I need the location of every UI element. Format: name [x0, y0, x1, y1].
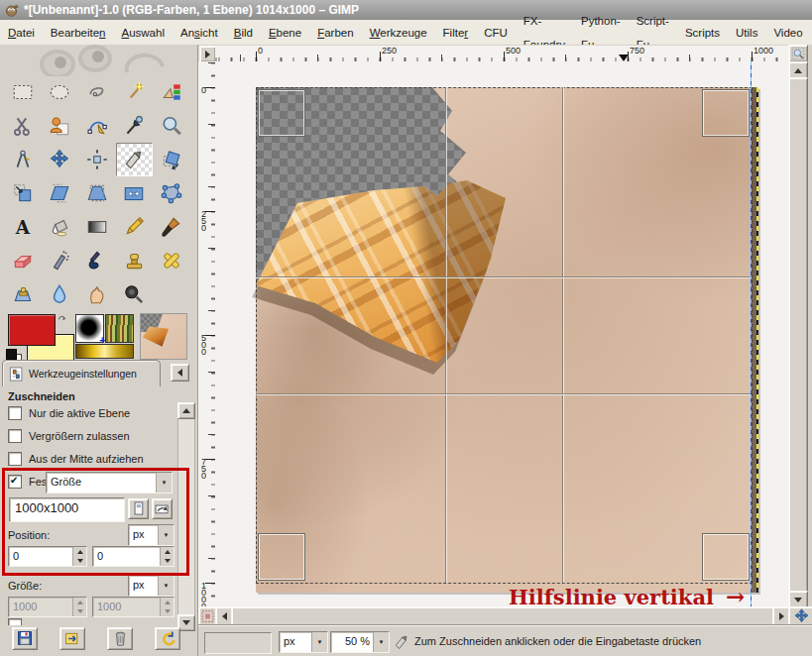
- tool-smudge[interactable]: [78, 277, 116, 311]
- position-unit-dropdown[interactable]: px: [128, 524, 174, 546]
- spinner-stepper[interactable]: [72, 547, 86, 566]
- position-y-spinner[interactable]: 0: [92, 546, 174, 567]
- tab-tool-options[interactable]: Werkzeugeinstellungen: [2, 360, 161, 386]
- menu-filter[interactable]: Filter: [435, 21, 477, 45]
- tool-paintbrush[interactable]: [153, 210, 190, 244]
- menu-datei[interactable]: Datei: [0, 21, 43, 45]
- tool-scale[interactable]: [4, 176, 42, 210]
- chevron-down-icon[interactable]: [373, 632, 389, 652]
- tool-paths[interactable]: [78, 109, 116, 143]
- default-colors-icon[interactable]: [6, 349, 17, 360]
- horizontal-scroll-thumb[interactable]: [231, 606, 774, 626]
- tool-cage-transform[interactable]: [153, 176, 190, 210]
- tool-ink[interactable]: [78, 244, 116, 277]
- title-bar[interactable]: *[Unbenannt]-1.0 (RGB-Farben, 1 Ebene) 1…: [0, 0, 812, 20]
- tool-measure[interactable]: [4, 143, 42, 176]
- swap-colors-icon[interactable]: [56, 313, 71, 327]
- tool-heal[interactable]: [153, 244, 190, 277]
- menu-bearbeiten[interactable]: Bearbeiten: [43, 21, 114, 45]
- menu-auswahl[interactable]: Auswahl: [114, 21, 173, 45]
- fixed-type-dropdown[interactable]: Größe: [46, 472, 173, 493]
- menu-bild[interactable]: Bild: [226, 21, 261, 45]
- canvas-image[interactable]: [256, 87, 758, 593]
- menu-scripts[interactable]: Scripts: [677, 21, 728, 45]
- tool-blur-sharpen[interactable]: [42, 277, 79, 311]
- delete-options-button[interactable]: [107, 627, 133, 650]
- chevron-down-icon[interactable]: [311, 632, 327, 652]
- status-zoom-dropdown[interactable]: 50 %: [330, 631, 390, 653]
- tool-text[interactable]: A: [4, 210, 42, 244]
- brush-preview[interactable]: [75, 314, 104, 343]
- landscape-orientation-button[interactable]: [152, 498, 173, 519]
- crop-handle-top-right[interactable]: [702, 89, 750, 137]
- tool-airbrush[interactable]: [42, 244, 79, 277]
- tool-select-by-color[interactable]: [153, 75, 190, 109]
- wilber-watermark: [28, 45, 176, 76]
- ruler-origin-button[interactable]: [199, 46, 216, 62]
- scale-icon: [11, 181, 35, 205]
- tool-bucket-fill[interactable]: [42, 210, 79, 244]
- crop-handle-top-left[interactable]: [258, 89, 305, 137]
- chevron-down-icon[interactable]: [158, 525, 174, 545]
- restore-options-button[interactable]: [59, 627, 85, 650]
- menu-utils[interactable]: Utils: [728, 21, 765, 45]
- tool-flip[interactable]: [116, 176, 154, 210]
- chevron-down-icon[interactable]: [158, 576, 174, 596]
- portrait-orientation-button[interactable]: [128, 498, 149, 519]
- options-scrollbar[interactable]: [177, 402, 195, 631]
- tool-dodge-burn[interactable]: [116, 277, 154, 311]
- menu-video[interactable]: Video: [765, 21, 810, 45]
- position-x-spinner[interactable]: 0: [8, 546, 87, 567]
- vertical-scroll-thumb[interactable]: [788, 77, 808, 593]
- tool-perspective[interactable]: [78, 176, 116, 210]
- tool-gradient[interactable]: [78, 210, 116, 244]
- tool-perspective-clone[interactable]: [4, 277, 42, 311]
- crop-handle-bottom-left[interactable]: [258, 533, 305, 581]
- menu-ebene[interactable]: Ebene: [261, 21, 309, 45]
- zoom-fit-button[interactable]: [788, 45, 808, 62]
- tool-fuzzy-select[interactable]: [116, 75, 154, 109]
- tool-pencil[interactable]: [116, 210, 154, 244]
- foreground-color-swatch[interactable]: [8, 314, 56, 346]
- status-unit-dropdown[interactable]: px: [279, 631, 328, 653]
- vertical-guide-line[interactable]: [751, 61, 752, 606]
- options-scroll-up-icon[interactable]: [177, 402, 195, 419]
- option-checkbox[interactable]: [8, 452, 22, 466]
- tool-shear[interactable]: [42, 176, 79, 210]
- tool-ellipse-select[interactable]: [42, 75, 79, 109]
- tool-color-picker[interactable]: [116, 109, 154, 143]
- menu-farben[interactable]: Farben: [309, 21, 361, 45]
- reset-options-button[interactable]: [155, 627, 180, 650]
- fixed-checkbox[interactable]: [8, 475, 22, 489]
- tool-free-select[interactable]: [78, 75, 116, 109]
- active-image-thumbnail[interactable]: [140, 313, 187, 360]
- tool-crop[interactable]: [116, 143, 154, 176]
- save-options-button[interactable]: [12, 627, 38, 650]
- tool-rectangle-select[interactable]: [4, 75, 42, 109]
- pattern-preview[interactable]: [105, 314, 134, 343]
- option-checkbox[interactable]: [8, 429, 22, 443]
- chevron-down-icon[interactable]: [156, 473, 172, 492]
- spinner-stepper[interactable]: [160, 547, 174, 566]
- menu-cfu[interactable]: CFU: [476, 21, 516, 45]
- tool-scissors-select[interactable]: [4, 109, 42, 143]
- tool-clone[interactable]: [116, 244, 154, 277]
- vertical-ruler[interactable]: 02505007501000: [198, 61, 216, 606]
- tool-move[interactable]: [42, 143, 79, 176]
- navigation-preview-button[interactable]: [788, 606, 812, 626]
- tool-eraser[interactable]: [4, 244, 42, 277]
- panel-collapse-button[interactable]: [171, 364, 189, 382]
- gradient-preview[interactable]: [75, 344, 134, 359]
- tool-zoom[interactable]: [153, 109, 190, 143]
- fixed-size-input[interactable]: 1000x1000: [9, 497, 125, 522]
- crop-handle-bottom-right[interactable]: [702, 533, 750, 581]
- option-checkbox[interactable]: [8, 406, 22, 420]
- menu-ansicht[interactable]: Ansicht: [173, 21, 226, 45]
- menu-werkzeuge[interactable]: Werkzeuge: [362, 21, 435, 45]
- canvas-viewport[interactable]: Hilfslinie vertikal→: [215, 61, 788, 606]
- size-unit-dropdown[interactable]: px: [128, 575, 174, 597]
- tool-align[interactable]: [78, 143, 116, 176]
- horizontal-ruler[interactable]: 02505007501000: [215, 46, 788, 62]
- tool-foreground-select[interactable]: [42, 109, 79, 143]
- tool-rotate[interactable]: [153, 143, 190, 176]
